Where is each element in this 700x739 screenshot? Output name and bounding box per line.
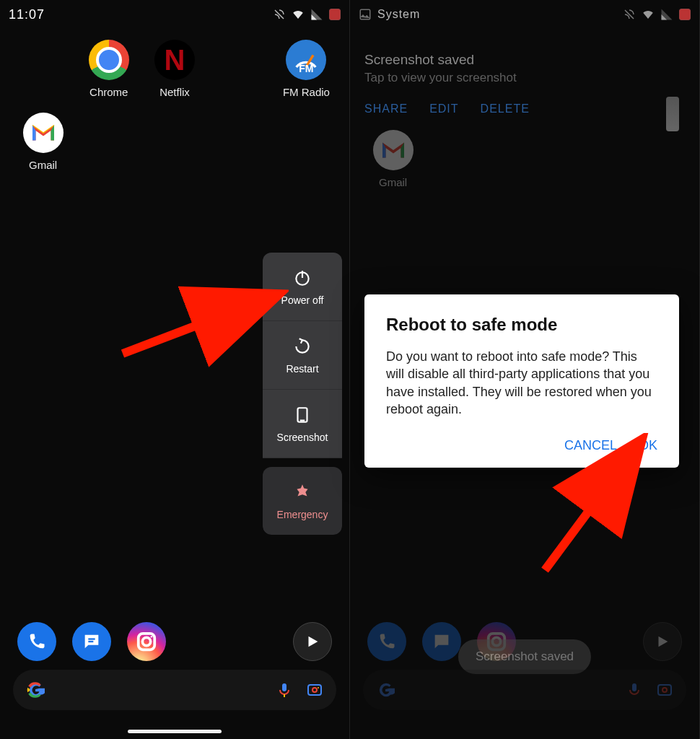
app-label: FM Radio — [283, 86, 330, 98]
dialog-ok-button[interactable]: OK — [639, 438, 657, 453]
play-icon — [293, 622, 332, 661]
gmail-icon — [23, 113, 64, 153]
alarm-off-icon — [623, 8, 636, 21]
dock-phone[interactable] — [17, 622, 56, 661]
lens-icon[interactable] — [656, 681, 673, 699]
app-chrome[interactable]: Chrome — [79, 40, 139, 98]
dock-playstore[interactable] — [293, 622, 332, 661]
wifi-icon — [642, 8, 655, 21]
wifi-icon — [292, 8, 305, 21]
restart-button[interactable]: Restart — [263, 321, 342, 390]
dialog-title: Reboot to safe mode — [386, 315, 657, 335]
signal-icon — [660, 8, 673, 21]
dock-messages[interactable] — [72, 622, 111, 661]
screenshot-button[interactable]: Screenshot — [263, 390, 342, 458]
svg-point-14 — [318, 687, 319, 688]
app-gmail[interactable]: Gmail — [13, 113, 73, 171]
battery-saver-icon — [329, 9, 341, 20]
battery-saver-icon — [679, 9, 691, 20]
phone-icon — [17, 622, 56, 661]
right-search-bar[interactable] — [363, 670, 686, 710]
messages-icon — [72, 622, 111, 661]
notification-title: Screenshot saved — [364, 52, 685, 68]
signal-icon — [310, 8, 323, 21]
notif-delete-button[interactable]: DELETE — [481, 102, 530, 115]
restart-label: Restart — [286, 363, 318, 375]
phone-icon — [367, 622, 406, 661]
screenshot-toast: Screenshot saved — [458, 639, 591, 674]
notification-subtitle: Tap to view your screenshot — [364, 71, 685, 85]
left-app-grid: Chrome NNetflix FMFM Radio Gmail — [0, 40, 349, 171]
power-off-label: Power off — [281, 294, 324, 306]
clock: 11:07 — [9, 7, 45, 22]
svg-line-4 — [123, 296, 274, 354]
emergency-label: Emergency — [277, 509, 328, 520]
alarm-off-icon — [273, 8, 286, 21]
right-status-bar: System — [350, 0, 699, 29]
app-label: Netflix — [159, 86, 190, 98]
notification-source: System — [377, 8, 420, 21]
mic-icon[interactable] — [276, 681, 293, 699]
messages-icon — [422, 622, 461, 661]
svg-point-21 — [662, 688, 667, 692]
mic-icon[interactable] — [626, 681, 643, 699]
dock-playstore[interactable] — [643, 622, 682, 661]
notification-thumbnail[interactable] — [666, 97, 679, 131]
left-status-bar: 11:07 — [0, 0, 349, 29]
app-label: Gmail — [379, 176, 407, 188]
image-icon — [359, 8, 372, 21]
dock-messages[interactable] — [422, 622, 461, 661]
right-app-grid: Gmail — [350, 130, 699, 188]
fmradio-icon: FM — [286, 40, 326, 80]
svg-rect-19 — [632, 683, 636, 691]
home-indicator[interactable] — [128, 730, 222, 733]
svg-point-8 — [142, 637, 150, 645]
gmail-icon — [373, 130, 414, 170]
safe-mode-dialog: Reboot to safe mode Do you want to reboo… — [364, 294, 679, 468]
svg-rect-10 — [282, 683, 286, 691]
svg-rect-12 — [308, 685, 321, 695]
svg-rect-7 — [139, 634, 155, 650]
instagram-icon — [127, 622, 166, 661]
app-gmail[interactable]: Gmail — [363, 130, 423, 188]
left-search-bar[interactable] — [13, 670, 336, 710]
play-icon — [643, 622, 682, 661]
lens-icon[interactable] — [306, 681, 323, 699]
screenshot-label: Screenshot — [277, 432, 328, 443]
app-netflix[interactable]: NNetflix — [144, 40, 204, 98]
notif-share-button[interactable]: SHARE — [364, 102, 408, 115]
dock-phone[interactable] — [367, 622, 406, 661]
restart-icon — [293, 337, 312, 356]
dock-instagram[interactable] — [127, 622, 166, 661]
google-icon — [376, 681, 395, 699]
app-label: Gmail — [29, 159, 57, 171]
svg-point-9 — [151, 636, 153, 638]
chrome-icon — [89, 40, 129, 80]
screenshot-icon — [293, 406, 312, 424]
power-off-button[interactable]: Power off — [263, 253, 342, 321]
dialog-cancel-button[interactable]: CANCEL — [564, 438, 617, 453]
app-fmradio[interactable]: FMFM Radio — [276, 40, 336, 98]
left-screenshot: 11:07 Chrome NNetflix FMFM Radio Gmail P… — [0, 0, 350, 739]
google-icon — [26, 681, 45, 699]
svg-point-13 — [312, 688, 317, 692]
power-icon — [293, 268, 312, 287]
svg-rect-20 — [658, 685, 671, 695]
power-menu: Power off Restart Screenshot Emergency — [263, 253, 342, 535]
notif-edit-button[interactable]: EDIT — [429, 102, 458, 115]
emergency-icon — [293, 483, 312, 502]
emergency-button[interactable]: Emergency — [263, 467, 342, 535]
right-screenshot: System Screenshot saved Tap to view your… — [350, 0, 700, 739]
left-dock — [0, 622, 349, 661]
netflix-icon: N — [154, 40, 195, 80]
app-label: Chrome — [89, 86, 128, 98]
dialog-body: Do you want to reboot into safe mode? Th… — [386, 348, 657, 418]
screenshot-notification[interactable]: Screenshot saved Tap to view your screen… — [350, 43, 699, 124]
